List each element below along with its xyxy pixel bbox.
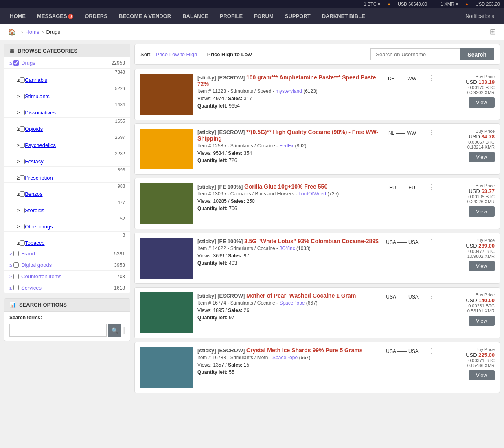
dots-menu-6[interactable]: ⋮ [425, 347, 437, 355]
notifications-button[interactable]: Notifications [460, 8, 500, 24]
price-btc-5: 0.00231 BTC [442, 303, 495, 308]
dots-menu-3[interactable]: ⋮ [425, 183, 437, 191]
category-drugs[interactable]: ≥ Drugs 22953 [4, 57, 130, 69]
nav-orders[interactable]: ORDERS [79, 8, 113, 24]
category-label-drugs[interactable]: Drugs [21, 60, 112, 66]
category-label-dissociatives[interactable]: Dissociatives [25, 110, 56, 116]
sub-cannabis[interactable]: ≥ Cannabis [4, 75, 130, 85]
title-link-4[interactable]: 3.5G "White Lotus" 93% Colombian Cocaine… [244, 238, 379, 244]
category-label-opioids[interactable]: Opioids [25, 126, 43, 132]
category-label-prescription[interactable]: Prescription [25, 175, 53, 181]
view-button-2[interactable]: View [469, 152, 495, 162]
breadcrumb-home[interactable]: Home [25, 29, 39, 35]
nav-forum[interactable]: FORUM [248, 8, 279, 24]
category-label-tobacco[interactable]: Tobacco [25, 240, 44, 246]
listing-title-6: [sticky] [ESCROW] Crystal Meth Ice Shard… [197, 347, 379, 354]
category-fraud[interactable]: ≥ Fraud 5391 [4, 248, 130, 259]
checkbox-tobacco[interactable] [20, 240, 25, 246]
price-xmr-6: 0.85486 XMR [442, 363, 495, 368]
sub-dissociatives[interactable]: ≥ Dissociatives [4, 108, 130, 118]
home-icon[interactable]: 🏠 [8, 28, 16, 36]
listing-price-3: Buy Price USD 63.77 0.00105 BTC 0.24226 … [442, 183, 495, 217]
sub-benzos[interactable]: ≥ Benzos [4, 189, 130, 199]
vendor-link-4[interactable]: JOYinc [279, 246, 295, 251]
view-button-5[interactable]: View [469, 316, 495, 326]
checkbox-prescription[interactable] [20, 175, 25, 180]
category-label-cannabis[interactable]: Cannabis [25, 77, 47, 83]
title-link-5[interactable]: Mother of Pearl Washed Cocaine 1 Gram [246, 292, 356, 299]
category-label-fraud[interactable]: Fraud [21, 250, 114, 257]
view-button-3[interactable]: View [469, 206, 495, 217]
checkbox-counterfeit[interactable] [13, 274, 19, 279]
checkbox-stimulants[interactable] [20, 94, 25, 99]
checkbox-other-drugs[interactable] [20, 224, 25, 229]
category-label-ecstasy[interactable]: Ecstasy [25, 158, 44, 165]
category-services[interactable]: ≥ Services 1618 [4, 282, 130, 294]
checkbox-psychedelics[interactable] [20, 143, 25, 148]
vendor-link-2[interactable]: FedEx [279, 143, 294, 149]
sort-low-to-high[interactable]: Price Low to High [156, 51, 197, 57]
dots-menu-2[interactable]: ⋮ [425, 129, 437, 136]
checkbox-fraud[interactable] [13, 251, 19, 256]
nav-profile[interactable]: PROFILE [214, 8, 248, 24]
nav-home[interactable]: HOME [4, 8, 31, 24]
vendor-link-6[interactable]: SpacePope [272, 355, 298, 360]
clear-search-icon[interactable]: | [123, 324, 125, 337]
view-button-1[interactable]: View [469, 97, 495, 108]
category-label-stimulants[interactable]: Stimulants [25, 93, 50, 99]
category-label-other-drugs[interactable]: Other drugs [25, 224, 53, 230]
search-terms-input[interactable] [9, 324, 107, 337]
nav-become-vendor[interactable]: BECOME A VENDOR [113, 8, 177, 24]
nav-support[interactable]: SUPPORT [279, 8, 316, 24]
category-label-benzos[interactable]: Benzos [25, 191, 42, 197]
vendor-link-5[interactable]: SpacePope [279, 300, 305, 306]
vendor-link-1[interactable]: mysteryland [276, 88, 302, 94]
sub-tobacco[interactable]: ≥ Tobacco [4, 238, 130, 248]
price-xmr-3: 0.24226 XMR [442, 199, 495, 204]
title-link-6[interactable]: Crystal Meth Ice Shards 99% Pure 5 Grams [246, 347, 363, 354]
category-digital-goods[interactable]: ≥ Digital goods 3958 [4, 259, 130, 271]
category-label-counterfeit[interactable]: Counterfeit Items [21, 273, 117, 279]
chevron-digital-goods: ≥ [9, 263, 12, 268]
sub-other-drugs[interactable]: ≥ Other drugs [4, 222, 130, 232]
sort-high-to-low[interactable]: Price High to Low [207, 51, 252, 57]
nav-darknet-bible[interactable]: DARKNET BIBLE [316, 8, 371, 24]
sort-bar: Sort: Price Low to High - Price High to … [134, 44, 500, 65]
checkbox-opioids[interactable] [20, 126, 25, 132]
sub-stimulants[interactable]: ≥ Stimulants [4, 92, 130, 101]
view-button-6[interactable]: View [469, 370, 495, 380]
search-terms-button[interactable]: 🔍 [108, 324, 121, 337]
category-label-services[interactable]: Services [21, 285, 114, 291]
checkbox-digital-goods[interactable] [13, 262, 19, 268]
checkbox-drugs[interactable] [13, 60, 19, 66]
checkbox-steroids[interactable] [20, 208, 25, 213]
checkbox-dissociatives[interactable] [20, 110, 25, 115]
checkbox-ecstasy[interactable] [20, 159, 25, 164]
nav-messages[interactable]: MESSAGES0 [31, 8, 79, 24]
checkbox-services[interactable] [13, 285, 19, 290]
escrow-tag-4: [sticky] [FE 100%] [197, 238, 244, 244]
category-counterfeit[interactable]: ≥ Counterfeit Items 703 [4, 271, 130, 282]
sub-prescription[interactable]: ≥ Prescription [4, 173, 130, 183]
checkbox-benzos[interactable] [20, 191, 25, 197]
vendor-link-3[interactable]: LordOfWeed [298, 191, 326, 197]
category-label-digital-goods[interactable]: Digital goods [21, 262, 114, 268]
category-label-psychedelics[interactable]: Psychedelics [25, 142, 56, 148]
sub-steroids[interactable]: ≥ Steroids [4, 206, 130, 215]
sub-ecstasy[interactable]: ≥ Ecstasy [4, 157, 130, 167]
dots-menu-4[interactable]: ⋮ [425, 238, 437, 246]
checkbox-cannabis[interactable] [20, 77, 25, 83]
view-button-4[interactable]: View [469, 261, 495, 271]
listing-stats-6: Views: 1357 / Sales: 15 [197, 362, 379, 368]
username-search-button[interactable]: Search [460, 48, 494, 60]
chevron-fraud: ≥ [9, 251, 12, 256]
sitemap-icon[interactable]: ⊞ [490, 27, 496, 36]
sub-psychedelics[interactable]: ≥ Psychedelics [4, 141, 130, 150]
dots-menu-1[interactable]: ⋮ [425, 74, 437, 82]
username-search-input[interactable] [370, 48, 460, 60]
title-link-3[interactable]: Gorilla Glue 10g+10% Free 55€ [244, 183, 327, 190]
nav-balance[interactable]: BALANCE [177, 8, 214, 24]
dots-menu-5[interactable]: ⋮ [425, 292, 437, 300]
category-label-steroids[interactable]: Steroids [25, 207, 44, 213]
sub-opioids[interactable]: ≥ Opioids [4, 124, 130, 134]
